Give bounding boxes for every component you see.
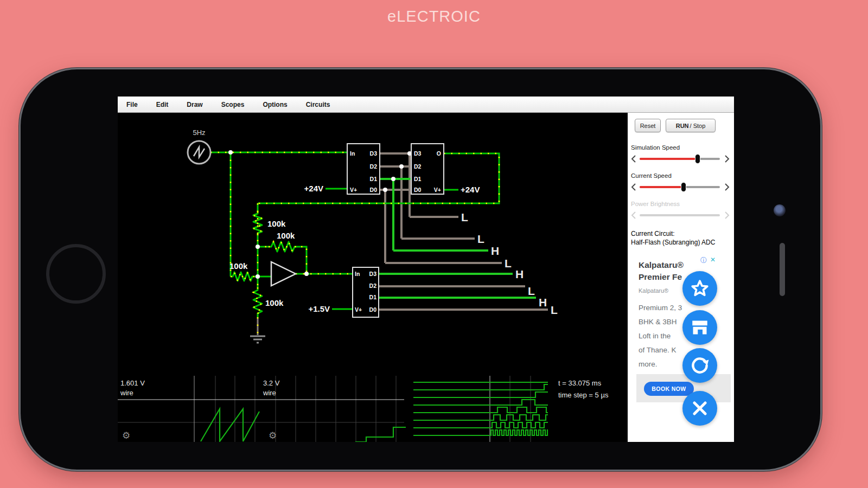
ad-title-line2[interactable]: Premier Fe [639,272,682,282]
resistor-value-label: 100k [265,298,284,307]
menu-item-scopes[interactable]: Scopes [221,101,245,108]
low-signal-wires[interactable] [379,153,548,310]
resistor-value-label: 100k [267,219,286,228]
storefront-fab-button[interactable] [682,310,717,345]
ad-advertiser: Kalpataru® [639,287,668,294]
digital-trace [413,392,548,397]
current-circuit-label: Current Circuit: [631,230,675,237]
close-fab-button[interactable] [682,391,717,426]
digital-trace [413,430,548,435]
storefront-icon [689,317,711,338]
menu-item-circuits[interactable]: Circuits [306,101,330,108]
pin-label: D2 [370,163,378,170]
menu-item-draw[interactable]: Draw [187,101,202,108]
resistor-value-label: 100k [229,261,248,271]
circuit-drawing: 5Hz In V+ D3 [118,113,628,442]
slider-increase-arrow-icon[interactable] [724,155,730,163]
scope2-value: 3.2 V [263,379,280,387]
circuit-canvas[interactable]: 5Hz In V+ D3 [118,113,628,442]
control-sidebar: Reset RUN / Stop Simulation Speed Curren… [628,113,734,442]
adchoices-icon[interactable]: ⓘ [700,256,707,265]
ad-body-line: Premium 2, 3 [639,304,682,312]
menu-item-edit[interactable]: Edit [156,101,169,108]
sim-time-label: t = 33.075 ms [558,379,602,387]
close-icon [689,397,711,419]
pin-label: D1 [370,176,378,182]
run-stop-button[interactable]: RUN / Stop [666,119,716,132]
pin-label: V+ [434,187,441,193]
svg-text:L: L [505,257,512,269]
staircase-trace [355,427,406,442]
digital-trace [413,422,548,428]
book-now-label: BOOK NOW [652,386,686,392]
pin-label: D1 [369,294,377,300]
sawtooth-source[interactable]: 5Hz [188,129,210,164]
svg-text:L: L [461,211,468,223]
front-camera [774,204,786,216]
pin-label: D3 [414,150,422,157]
current-speed-label: Current Speed [631,172,672,179]
slider-track[interactable] [640,158,720,160]
slider-thumb[interactable] [695,154,700,164]
star-fab-button[interactable] [682,271,717,306]
supply-label-dac: +24V [461,185,480,194]
pin-label: D1 [414,176,422,182]
svg-text:L: L [551,304,558,316]
simulation-speed-slider[interactable] [628,154,734,164]
star-icon [689,278,711,299]
scope-gridlines [118,376,531,442]
ad-close-icon[interactable]: ✕ [710,256,716,264]
home-button[interactable] [46,244,106,304]
slider-fill [640,158,698,160]
slider-increase-arrow-icon [724,211,730,220]
slider-fill [640,186,684,188]
stop-label: / Stop [690,123,706,129]
ad-title-line1[interactable]: Kalpataru® [639,260,684,270]
digital-trace [413,407,548,413]
menu-item-options[interactable]: Options [263,101,287,108]
opamp[interactable] [271,262,296,286]
current-speed-slider[interactable] [628,182,734,192]
page-title: eLECTROIC [0,8,868,25]
scope2-name: wire [263,389,276,397]
svg-text:L: L [528,285,535,297]
chip-adc1[interactable]: In V+ D3 D2 D1 D0 [347,144,380,194]
refresh-fab-button[interactable] [682,348,717,383]
slider-thumb[interactable] [681,182,686,192]
scope1-settings-gear-icon[interactable]: ⚙ [122,431,130,441]
slider-track[interactable] [640,186,720,188]
supply-label-adc2: +1.5V [308,304,330,313]
phone-frame: File Edit Draw Scopes Options Circuits [21,69,820,470]
scope2-settings-gear-icon[interactable]: ⚙ [269,431,277,441]
svg-text:L: L [477,233,484,245]
chip-dac[interactable]: D3 D2 D1 D0 O V+ [411,144,444,194]
pin-label: D2 [369,282,377,289]
pin-label: D3 [370,150,378,157]
slider-increase-arrow-icon[interactable] [724,183,730,191]
ground-symbol[interactable] [250,336,265,343]
source-frequency-label: 5Hz [193,129,205,137]
pin-label: O [437,150,441,157]
menu-item-file[interactable]: File [126,101,138,108]
ad-body-line: of Thane. K [639,346,676,354]
pin-label: D0 [414,187,422,193]
power-brightness-label: Power Brightness [631,201,680,207]
digital-trace [413,400,548,405]
slider-decrease-arrow-icon[interactable] [630,155,637,163]
pin-label: D0 [370,187,378,193]
book-now-button[interactable]: BOOK NOW [644,382,694,396]
pin-label: V+ [350,187,357,193]
pin-label: D3 [369,271,377,277]
slider-decrease-arrow-icon[interactable] [630,183,637,191]
pin-label: V+ [355,306,362,313]
ad-body-line: more. [639,360,658,368]
scope-traces [201,382,548,442]
reset-button-label: Reset [640,123,656,129]
earpiece-speaker [780,243,785,296]
power-brightness-slider [628,210,734,220]
reset-button[interactable]: Reset [635,119,661,132]
page: eLECTROIC File Edit Draw Scopes Options … [0,0,868,488]
refresh-icon [688,354,711,377]
chip-adc2[interactable]: In V+ D3 D2 D1 D0 [353,267,379,317]
digital-trace [413,384,548,390]
